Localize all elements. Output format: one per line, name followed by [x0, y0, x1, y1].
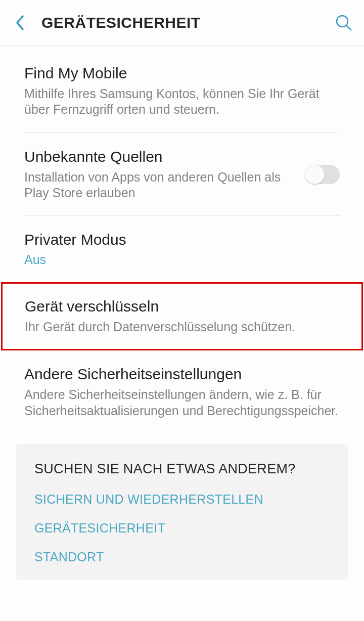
search-button[interactable]	[334, 13, 354, 33]
related-title: SUCHEN SIE NACH ETWAS ANDEREM?	[34, 461, 330, 477]
setting-desc: Mithilfe Ihres Samsung Kontos, können Si…	[24, 86, 340, 118]
setting-title: Andere Sicherheitseinstellungen	[24, 366, 340, 383]
find-my-mobile-item[interactable]: Find My Mobile Mithilfe Ihres Samsung Ko…	[0, 46, 364, 133]
app-header: GERÄTESICHERHEIT	[0, 0, 364, 46]
setting-desc: Ihr Gerät durch Datenverschlüsselung sch…	[25, 319, 339, 335]
setting-title: Privater Modus	[24, 231, 340, 248]
encrypt-device-item[interactable]: Gerät verschlüsseln Ihr Gerät durch Date…	[1, 282, 363, 350]
related-link-backup[interactable]: SICHERN UND WIEDERHERSTELLEN	[34, 492, 330, 507]
toggle-knob	[305, 165, 325, 184]
related-link-location[interactable]: STANDORT	[34, 550, 330, 564]
page-title: GERÄTESICHERHEIT	[41, 14, 334, 31]
chevron-left-icon	[15, 15, 25, 31]
unknown-sources-item[interactable]: Unbekannte Quellen Installation von Apps…	[0, 133, 364, 216]
back-button[interactable]	[10, 13, 30, 33]
other-security-item[interactable]: Andere Sicherheitseinstellungen Andere S…	[0, 350, 364, 434]
setting-desc: Installation von Apps von anderen Quelle…	[24, 169, 295, 201]
svg-line-1	[346, 25, 351, 30]
setting-status: Aus	[24, 252, 340, 267]
settings-list: Find My Mobile Mithilfe Ihres Samsung Ko…	[0, 46, 364, 580]
related-searches-card: SUCHEN SIE NACH ETWAS ANDEREM? SICHERN U…	[16, 444, 348, 580]
related-link-security[interactable]: GERÄTESICHERHEIT	[34, 521, 330, 536]
private-mode-item[interactable]: Privater Modus Aus	[0, 216, 364, 282]
setting-desc: Andere Sicherheitseinstellungen ändern, …	[24, 387, 340, 419]
setting-title: Gerät verschlüsseln	[25, 298, 339, 315]
search-icon	[335, 14, 353, 32]
unknown-sources-toggle[interactable]	[305, 165, 340, 184]
setting-title: Unbekannte Quellen	[24, 148, 295, 165]
setting-title: Find My Mobile	[24, 65, 340, 82]
